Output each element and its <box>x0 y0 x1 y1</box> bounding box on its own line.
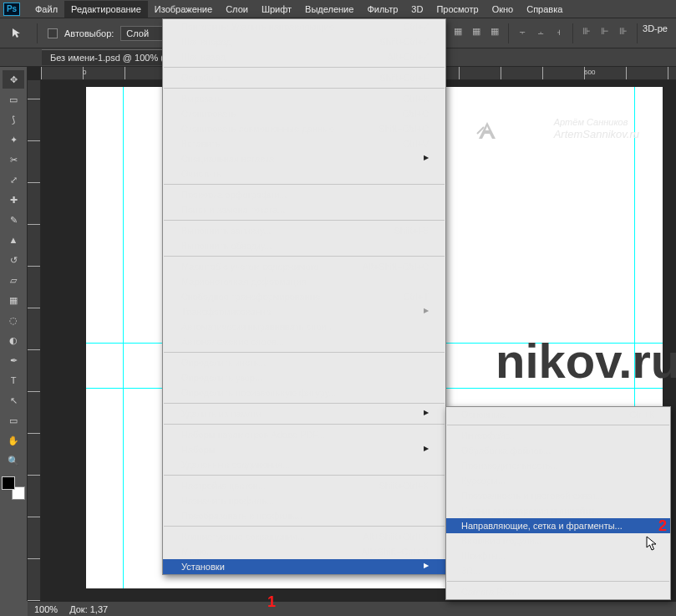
zoom-tool[interactable]: 🔍 <box>3 451 24 470</box>
menu-item[interactable]: Camera Raw... <box>446 584 670 599</box>
menu-item[interactable]: Единицы измерения и линейки... <box>446 503 670 518</box>
menu-item[interactable]: Курсоры... <box>446 473 670 488</box>
shape-tool[interactable]: ▭ <box>3 411 24 430</box>
menu-item[interactable]: Производительность... <box>446 458 670 473</box>
pen-tool[interactable]: ✒ <box>3 351 24 369</box>
menu-item[interactable]: Удалить из памяти▶ <box>163 406 445 421</box>
menu-item[interactable]: Клавиатурные сокращения...Alt+Shift+Ctrl… <box>163 529 445 544</box>
path-tool[interactable]: ↖ <box>3 391 24 410</box>
eyedropper-tool[interactable]: ⤢ <box>3 171 24 189</box>
menu-view[interactable]: Просмотр <box>429 1 485 18</box>
lasso-tool[interactable]: ⟆ <box>3 110 24 129</box>
menu-file[interactable]: Файл <box>28 1 64 18</box>
menu-item-label: Единицы измерения и линейки... <box>461 506 602 516</box>
menu-type[interactable]: Шрифт <box>255 1 298 18</box>
menu-item: Определить кисть... <box>163 355 445 370</box>
menu-item-shortcut: Alt+Shift+Ctrl+M <box>362 547 429 557</box>
menu-item[interactable]: Основные...Ctrl+K <box>446 407 670 422</box>
annotation-2: 2 <box>658 517 667 535</box>
watermark-logo-icon <box>475 117 504 142</box>
autoselect-checkbox[interactable] <box>48 28 58 38</box>
menu-item-label: Поиск и замена текста... <box>181 205 286 215</box>
menu-item[interactable]: Внешние модули... <box>446 533 670 548</box>
menu-item-label: Удаленные соединения... <box>181 460 290 470</box>
hand-tool[interactable]: ✋ <box>3 431 24 450</box>
menu-edit[interactable]: Редактирование <box>64 1 148 18</box>
dodge-tool[interactable]: ◐ <box>3 331 24 349</box>
menu-item-label: Специальная вставка <box>181 154 274 164</box>
menu-item-label: Автоналожение слоев... <box>181 337 284 347</box>
menu-layers[interactable]: Слои <box>219 1 255 18</box>
menu-item[interactable]: Направляющие, сетка и фрагменты... <box>446 518 670 533</box>
align-icon[interactable]: ⊩ <box>597 23 613 40</box>
align-icon[interactable]: ⊪ <box>578 23 595 40</box>
menu-item-label: Определить произвольную фигуру... <box>181 388 336 398</box>
menu-select[interactable]: Выделение <box>298 1 360 18</box>
menu-filter[interactable]: Фильтр <box>360 1 404 18</box>
align-icon[interactable]: ⊪ <box>615 23 632 40</box>
align-icon[interactable]: ⫞ <box>551 23 567 40</box>
crop-tool[interactable]: ✂ <box>3 150 24 169</box>
menu-item[interactable]: Наборы параметров Adobe PDF... <box>163 427 445 442</box>
guide-vertical[interactable] <box>123 87 124 588</box>
menu-item-label: Определить кисть... <box>181 358 266 368</box>
menu-item-label: Трансформирование <box>181 307 271 317</box>
menu-item[interactable]: Преобразовать в профиль... <box>163 508 445 523</box>
menu-item[interactable]: Настройка цветов...Shift+Ctrl+K <box>163 478 445 493</box>
menu-item-label: Основные... <box>461 410 512 420</box>
autoselect-dropdown[interactable]: Слой <box>120 26 163 41</box>
submenu-arrow-icon: ▶ <box>424 154 429 164</box>
menu-help[interactable]: Справка <box>520 1 569 18</box>
marquee-tool[interactable]: ▭ <box>3 90 24 109</box>
align-icon[interactable]: ⫟ <box>514 23 531 40</box>
zoom-level[interactable]: 100% <box>34 604 58 614</box>
menu-item-shortcut: Shift+Ctrl+C <box>379 124 429 134</box>
menu-item[interactable]: Установки▶ <box>163 559 445 574</box>
eraser-tool[interactable]: ▱ <box>3 271 24 289</box>
gradient-tool[interactable]: ▦ <box>3 291 24 309</box>
brush-tool[interactable]: ✎ <box>3 211 24 229</box>
menu-item: ВырезатьCtrl+X <box>163 91 445 106</box>
menu-item[interactable]: Прозрачность и цветовой охват... <box>446 488 670 503</box>
color-swatches[interactable] <box>2 476 25 500</box>
menu-item[interactable]: Удаленные соединения... <box>163 457 445 472</box>
menu-item[interactable]: Обработка файлов... <box>446 443 670 458</box>
menu-item[interactable]: Наборы▶ <box>163 442 445 457</box>
menu-item: Марионеточная деформация <box>163 274 445 289</box>
menu-item-shortcut: Shift+Ctrl+Z <box>379 37 429 47</box>
menu-item[interactable]: Шаг впередShift+Ctrl+Z <box>163 34 445 49</box>
menu-item[interactable]: Интерфейс... <box>446 428 670 443</box>
wand-tool[interactable]: ✦ <box>3 130 24 149</box>
menu-image[interactable]: Изображение <box>148 1 219 18</box>
menu-item[interactable]: Выполнить заливку...Shift+F5 <box>163 223 445 238</box>
align-icon[interactable]: ▦ <box>450 23 466 40</box>
stamp-tool[interactable]: ▲ <box>3 231 24 249</box>
menu-item[interactable]: Шрифты... <box>446 548 670 563</box>
menu-item[interactable]: Назначить профиль... <box>163 493 445 508</box>
blur-tool[interactable]: ◌ <box>3 311 24 329</box>
healing-tool[interactable]: ✚ <box>3 191 24 209</box>
menu-item: Определить произвольную фигуру... <box>163 385 445 400</box>
align-icon[interactable]: ▦ <box>486 23 503 40</box>
move-tool[interactable]: ✥ <box>3 70 24 89</box>
menu-item[interactable]: ВставитьCtrl+V <box>163 136 445 151</box>
menu-item[interactable]: Специальная вставка▶ <box>163 151 445 166</box>
menu-item-label: Преобразовать в профиль... <box>181 511 302 521</box>
align-icon[interactable]: ⫠ <box>532 23 549 40</box>
document-tab[interactable]: Без имени-1.psd @ 100% (R <box>42 49 179 65</box>
ruler-vertical[interactable] <box>28 80 41 601</box>
menu-item-shortcut: Ctrl+X <box>403 94 429 104</box>
menu-item-label: Удалить из памяти <box>181 409 262 419</box>
menu-item[interactable]: 3D... <box>446 563 670 578</box>
menu-item-label: Интерфейс... <box>461 430 517 440</box>
type-tool[interactable]: T <box>3 371 24 389</box>
menu-window[interactable]: Окно <box>485 1 521 18</box>
history-brush-tool[interactable]: ↺ <box>3 251 24 269</box>
menu-item[interactable]: Повторить: Удалить направляющиеCtrl+Z <box>163 19 445 34</box>
menu-item[interactable]: Шаг назадAlt+Ctrl+Z <box>163 49 445 64</box>
menu-item[interactable]: Меню...Alt+Shift+Ctrl+M <box>163 544 445 559</box>
menu-item-label: Прозрачность и цветовой охват... <box>461 491 602 501</box>
menu-item-label: Направляющие, сетка и фрагменты... <box>461 521 623 531</box>
menu-3d[interactable]: 3D <box>404 1 429 18</box>
align-icon[interactable]: ▦ <box>468 23 485 40</box>
